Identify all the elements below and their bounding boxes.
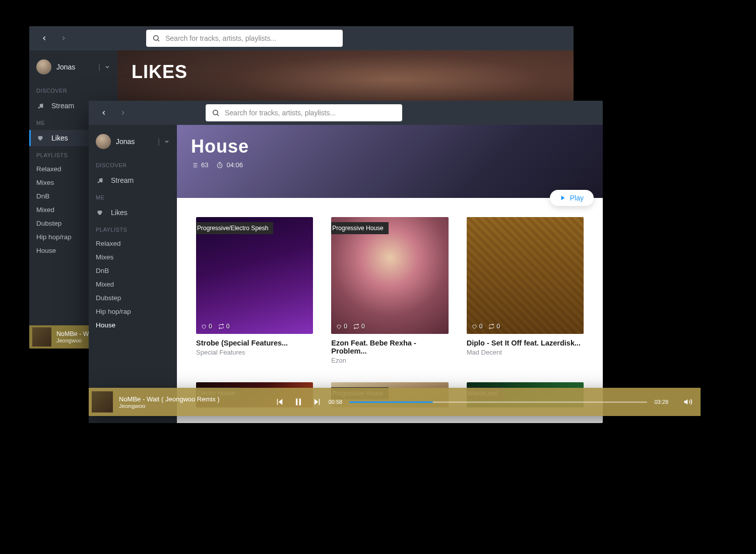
nav-forward-button[interactable] [56, 31, 71, 45]
playlist-hiphop[interactable]: Hip hop/rap [89, 305, 177, 318]
user-menu[interactable]: Jonas | [29, 57, 117, 82]
page-title: LIKES [132, 61, 559, 83]
nav-label: Likes [51, 134, 68, 142]
search-bar [206, 104, 402, 121]
svg-rect-20 [277, 399, 278, 405]
list-icon [191, 162, 198, 169]
track-artist: Ezon [331, 357, 448, 364]
search-icon [212, 109, 220, 117]
player-title: NoMBe - Wait ( Jeongwoo Remix ) [119, 395, 220, 403]
playlist-mixed[interactable]: Mixed [89, 278, 177, 291]
prev-button[interactable] [275, 397, 284, 406]
volume-button[interactable] [683, 397, 692, 406]
search-bar [146, 30, 343, 47]
topbar [29, 26, 574, 50]
search-icon [152, 34, 160, 42]
search-input[interactable] [165, 34, 337, 42]
nav-likes[interactable]: Likes [89, 204, 177, 221]
volume-icon [683, 397, 692, 406]
pause-icon [293, 397, 303, 407]
svg-line-16 [220, 165, 221, 166]
repost-count: 0 [353, 323, 365, 330]
progress-bar[interactable] [349, 401, 647, 403]
svg-point-7 [101, 181, 102, 182]
play-icon [560, 195, 566, 201]
playlist-house[interactable]: House [89, 318, 177, 332]
nav-forward-button[interactable] [116, 106, 130, 120]
duration: 04:06 [216, 161, 243, 169]
heart-icon [472, 324, 477, 329]
chevron-down-icon [164, 138, 170, 145]
svg-rect-21 [296, 398, 297, 405]
skip-back-icon [275, 397, 284, 406]
mini-title: NoMBe - W [56, 330, 89, 337]
album-cover: Progressive/Electro Spesh 0 0 [196, 217, 313, 334]
track-artist: Mad Decent [467, 349, 584, 356]
track-card[interactable]: 0 0 Diplo - Set It Off feat. Lazerdisk..… [467, 217, 584, 364]
play-label: Play [570, 194, 584, 202]
repost-count: 0 [488, 323, 500, 330]
user-menu[interactable]: Jonas | [89, 132, 177, 156]
pause-button[interactable] [293, 397, 303, 407]
player-cover[interactable] [92, 391, 113, 412]
svg-line-1 [158, 40, 159, 41]
user-name: Jonas [116, 137, 135, 146]
mini-cover [32, 327, 51, 347]
svg-point-6 [97, 181, 99, 183]
svg-point-0 [154, 36, 158, 40]
svg-marker-18 [561, 196, 564, 200]
track-card[interactable]: Progressive/Electro Spesh 0 0 Strobe (Sp… [196, 217, 313, 364]
repost-icon [353, 323, 359, 329]
total-time: 03:28 [654, 399, 668, 405]
heart-icon [336, 324, 342, 329]
svg-rect-22 [299, 398, 300, 405]
svg-marker-25 [684, 399, 688, 405]
nav-label: Stream [51, 102, 74, 110]
music-note-icon [96, 177, 104, 184]
nav-stream[interactable]: Stream [89, 172, 177, 188]
track-artist: Special Features [196, 349, 313, 356]
window-house: Jonas | DISCOVER Stream ME Likes [89, 101, 603, 423]
player-bar: NoMBe - Wait ( Jeongwoo Remix ) Jeongwoo… [89, 388, 701, 416]
hero: House 63 04:06 Play [177, 125, 603, 198]
nav-label: Likes [111, 209, 128, 217]
svg-marker-19 [278, 399, 282, 405]
clock-icon [216, 162, 223, 169]
heart-icon [36, 134, 44, 142]
play-button[interactable]: Play [550, 190, 594, 206]
track-count: 63 [191, 161, 208, 169]
music-note-icon [36, 103, 44, 109]
section-discover: DISCOVER [89, 156, 177, 172]
track-title: Ezon Feat. Bebe Rexha - Problem... [331, 339, 448, 355]
playlist-dnb[interactable]: DnB [89, 264, 177, 278]
track-title: Strobe (Special Features... [196, 339, 313, 347]
repost-icon [218, 323, 224, 329]
next-button[interactable] [312, 397, 322, 406]
avatar [96, 134, 111, 149]
svg-line-5 [217, 114, 219, 116]
like-count: 0 [472, 323, 483, 330]
section-playlists: PLAYLISTS [89, 221, 177, 237]
playlist-dubstep[interactable]: Dubstep [89, 291, 177, 305]
search-input[interactable] [225, 109, 396, 117]
section-me: ME [89, 188, 177, 204]
like-count: 0 [336, 323, 347, 330]
player-artist: Jeongwoo [119, 403, 220, 409]
chevron-down-icon [104, 64, 110, 70]
topbar [89, 101, 603, 125]
user-name: Jonas [56, 63, 75, 71]
nav-back-button[interactable] [97, 106, 111, 120]
nav-label: Stream [111, 176, 134, 184]
genre-tag: Progressive House [331, 222, 388, 234]
heart-icon [201, 324, 207, 329]
nav-back-button[interactable] [37, 31, 51, 45]
album-cover: Progressive House 0 0 [331, 217, 448, 334]
playlist-mixes[interactable]: Mixes [89, 250, 177, 264]
track-title: Diplo - Set It Off feat. Lazerdisk... [467, 339, 584, 347]
svg-marker-23 [314, 399, 318, 405]
track-card[interactable]: Progressive House 0 0 Ezon Feat. Bebe Re… [331, 217, 448, 364]
genre-tag: Progressive/Electro Spesh [196, 222, 273, 234]
elapsed-time: 00:58 [329, 399, 343, 405]
playlist-relaxed[interactable]: Relaxed [89, 237, 177, 250]
svg-point-4 [213, 110, 218, 115]
